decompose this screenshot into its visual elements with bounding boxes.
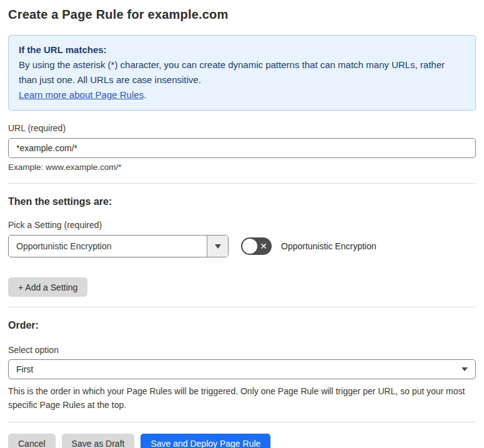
info-box-link-line: Learn more about Page Rules. <box>19 87 465 102</box>
opportunistic-encryption-toggle[interactable]: ✕ <box>241 237 272 255</box>
page-rule-form: Create a Page Rule for example.com If th… <box>0 0 484 448</box>
cancel-button[interactable]: Cancel <box>8 434 56 448</box>
order-section-heading: Order: <box>8 320 476 331</box>
divider <box>8 307 476 307</box>
setting-dropdown-value: Opportunistic Encryption <box>9 236 207 257</box>
select-option-label: Select option <box>8 345 476 355</box>
info-box-body: By using the asterisk (*) character, you… <box>19 57 465 87</box>
caret-down-icon <box>462 367 468 371</box>
url-field-label: URL (required) <box>8 123 476 133</box>
setting-dropdown[interactable]: Opportunistic Encryption <box>8 235 229 257</box>
url-input[interactable] <box>8 138 476 158</box>
info-box-heading: If the URL matches: <box>19 42 465 57</box>
save-deploy-button[interactable]: Save and Deploy Page Rule <box>141 434 270 448</box>
order-select-value: First <box>16 364 462 374</box>
caret-down-icon <box>215 244 221 249</box>
divider <box>8 422 476 422</box>
toggle-knob <box>242 239 257 254</box>
setting-row: Opportunistic Encryption ✕ Opportunistic… <box>8 235 476 257</box>
save-draft-button[interactable]: Save as Draft <box>62 434 135 448</box>
order-select[interactable]: First <box>8 359 476 379</box>
footer-actions: Cancel Save as Draft Save and Deploy Pag… <box>8 434 476 448</box>
learn-more-link[interactable]: Learn more about Page Rules <box>19 89 144 100</box>
link-period: . <box>144 89 146 100</box>
add-setting-button[interactable]: + Add a Setting <box>8 277 87 297</box>
pick-setting-label: Pick a Setting (required) <box>8 220 476 230</box>
x-icon: ✕ <box>260 242 267 251</box>
url-match-info-box: If the URL matches: By using the asteris… <box>8 35 476 111</box>
settings-section-heading: Then the settings are: <box>8 196 476 207</box>
order-helper-text: This is the order in which your Page Rul… <box>8 384 475 412</box>
dropdown-arrow-button[interactable] <box>207 236 228 257</box>
page-title: Create a Page Rule for example.com <box>8 7 476 22</box>
url-example-helper: Example: www.example.com/* <box>8 162 476 172</box>
divider <box>8 183 476 184</box>
toggle-label: Opportunistic Encryption <box>281 241 377 251</box>
